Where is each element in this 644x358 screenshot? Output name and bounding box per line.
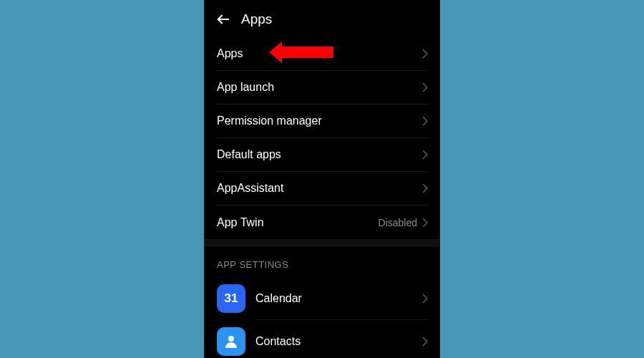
chevron-right-icon xyxy=(421,294,429,304)
app-item-label: Contacts xyxy=(255,335,301,348)
app-item-calendar[interactable]: 31 Calendar xyxy=(217,277,429,320)
app-item-content: Calendar xyxy=(255,277,429,320)
chevron-right-icon xyxy=(421,82,429,92)
menu-item-label: Apps xyxy=(217,47,243,60)
menu-item-permission-manager[interactable]: Permission manager xyxy=(217,105,429,138)
menu-item-apps[interactable]: Apps xyxy=(217,37,429,71)
settings-list: Apps App launch Permission manager Defau… xyxy=(204,37,440,239)
annotation-arrow-icon xyxy=(269,42,333,66)
app-settings-list: 31 Calendar Contacts xyxy=(204,277,440,358)
chevron-right-icon xyxy=(421,337,429,347)
chevron-right-icon xyxy=(421,183,429,193)
contacts-app-icon xyxy=(217,327,245,356)
apps-settings-screen: Apps Apps App launch Permission manager … xyxy=(204,0,440,358)
section-header: APP SETTINGS xyxy=(204,246,440,277)
menu-item-app-assistant[interactable]: AppAssistant xyxy=(217,172,429,205)
menu-item-label: App Twin xyxy=(217,216,264,229)
menu-item-value: Disabled xyxy=(379,217,417,228)
app-item-contacts[interactable]: Contacts xyxy=(217,320,429,358)
chevron-right-icon xyxy=(421,218,429,228)
calendar-icon-text: 31 xyxy=(225,291,238,306)
chevron-right-icon xyxy=(421,49,429,59)
menu-item-right: Disabled xyxy=(379,217,429,228)
app-item-label: Calendar xyxy=(255,292,302,305)
menu-item-default-apps[interactable]: Default apps xyxy=(217,138,429,172)
header-bar: Apps xyxy=(204,0,440,37)
menu-item-app-twin[interactable]: App Twin Disabled xyxy=(217,205,429,239)
section-divider xyxy=(204,239,440,246)
calendar-app-icon: 31 xyxy=(217,284,245,313)
menu-item-app-launch[interactable]: App launch xyxy=(217,71,429,105)
page-title: Apps xyxy=(241,11,272,27)
menu-item-label: Permission manager xyxy=(217,115,322,127)
app-item-content: Contacts xyxy=(255,320,429,358)
back-arrow-icon[interactable] xyxy=(215,11,231,27)
chevron-right-icon xyxy=(421,150,429,160)
chevron-right-icon xyxy=(421,116,429,126)
menu-item-label: Default apps xyxy=(217,148,281,161)
menu-item-label: App launch xyxy=(217,81,274,94)
svg-point-1 xyxy=(228,336,234,342)
menu-item-label: AppAssistant xyxy=(217,182,283,195)
